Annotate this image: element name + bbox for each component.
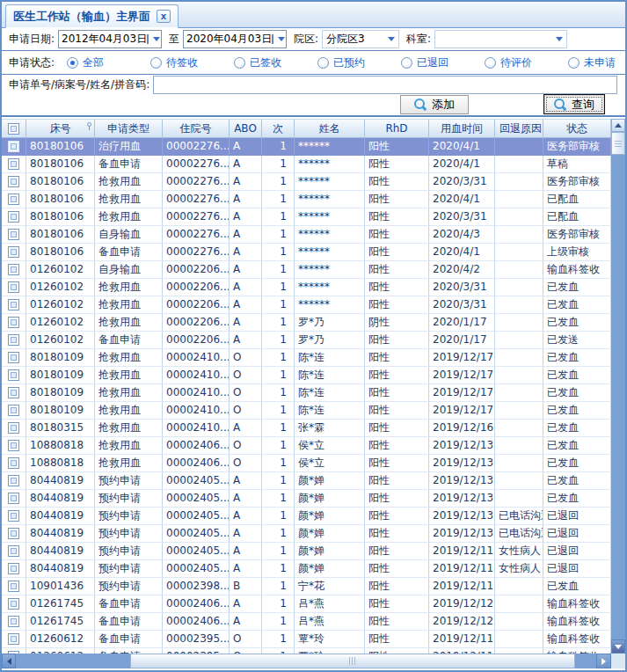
row-checkbox-cell[interactable]: [2, 508, 26, 525]
row-checkbox-cell[interactable]: [2, 613, 26, 631]
table-row[interactable]: 80440819 预约申请 00002405... A 1 颜*婵 阳性 201…: [2, 508, 611, 525]
table-row[interactable]: 80180106 自身输血 00002276... A 1 ****** 阳性 …: [2, 226, 611, 244]
row-checkbox[interactable]: [8, 334, 19, 346]
row-checkbox[interactable]: [8, 545, 19, 557]
radio-icon[interactable]: [150, 57, 162, 69]
row-checkbox-cell[interactable]: [2, 332, 26, 349]
table-row[interactable]: 80440819 预约申请 00002405... A 1 颜*婵 阳性 201…: [2, 560, 611, 578]
row-checkbox[interactable]: [8, 440, 19, 451]
search-input[interactable]: [153, 76, 617, 94]
campus-dropdown[interactable]: 分院区3: [322, 30, 399, 48]
row-checkbox[interactable]: [8, 141, 19, 152]
row-checkbox-cell[interactable]: [2, 595, 26, 613]
column-header-abo[interactable]: ABO: [230, 119, 262, 137]
radio-icon[interactable]: [67, 57, 78, 69]
tab-close-icon[interactable]: x: [157, 10, 171, 23]
column-header-reason[interactable]: 回退原因: [495, 119, 543, 137]
row-checkbox-cell[interactable]: [2, 156, 26, 173]
row-checkbox[interactable]: [8, 299, 19, 310]
status-radio-已签收[interactable]: 已签收: [234, 55, 317, 70]
table-row[interactable]: 01261745 备血申请 00002406... A 1 吕*燕 阳性 201…: [2, 613, 611, 631]
row-checkbox-cell[interactable]: [2, 490, 26, 508]
row-checkbox-cell[interactable]: [2, 279, 26, 296]
column-header-times[interactable]: 次: [262, 119, 295, 137]
row-checkbox[interactable]: [8, 493, 19, 504]
table-row[interactable]: 01260102 备血申请 00002206... A 1 罗*乃 阳性 202…: [2, 332, 611, 349]
column-header-status[interactable]: 状态: [543, 119, 611, 137]
table-row[interactable]: 80180109 抢救用血 00002410... O 1 陈*连 阳性 201…: [2, 402, 611, 420]
row-checkbox[interactable]: [8, 387, 19, 398]
radio-icon[interactable]: [401, 57, 412, 69]
row-checkbox-cell[interactable]: [2, 402, 26, 420]
table-row[interactable]: 80180109 抢救用血 00002410... O 1 陈*连 阳性 201…: [2, 349, 611, 367]
tab-doctor-workstation[interactable]: 医生工作站（输血）主界面 x: [5, 4, 179, 28]
row-checkbox[interactable]: [8, 405, 19, 416]
table-row[interactable]: 10880818 抢救用血 00002406... O 1 侯*立 阳性 201…: [2, 455, 611, 472]
table-row[interactable]: 01260102 自身输血 00002206... A 1 ****** 阳性 …: [2, 261, 611, 279]
row-checkbox[interactable]: [8, 369, 19, 381]
status-radio-已预约[interactable]: 已预约: [317, 55, 401, 70]
filter-pin-icon[interactable]: [87, 122, 91, 127]
scroll-right-button[interactable]: [596, 654, 611, 668]
row-checkbox-cell[interactable]: [2, 578, 26, 595]
column-header-rhd[interactable]: RhD: [365, 119, 429, 137]
table-row[interactable]: 10901436 预约申请 00002398... B 1 宁*花 阳性 201…: [2, 578, 611, 595]
date-to-field[interactable]: 2020年04月03日: [183, 30, 287, 48]
row-checkbox[interactable]: [8, 211, 19, 223]
table-row[interactable]: 80180315 抢救用血 00002410... A 1 张*霖 阳性 201…: [2, 420, 611, 437]
row-checkbox[interactable]: [8, 633, 19, 645]
row-checkbox-cell[interactable]: [2, 455, 26, 472]
row-checkbox-cell[interactable]: [2, 244, 26, 261]
row-checkbox[interactable]: [8, 264, 19, 275]
row-checkbox-cell[interactable]: [2, 420, 26, 437]
row-checkbox[interactable]: [8, 598, 19, 610]
column-header-type[interactable]: 申请类型: [95, 119, 163, 137]
table-row[interactable]: 10880818 抢救用血 00002406... O 1 侯*立 阳性 201…: [2, 437, 611, 455]
chevron-down-icon[interactable]: [153, 37, 160, 41]
dept-dropdown[interactable]: [434, 30, 567, 48]
row-checkbox[interactable]: [8, 581, 19, 592]
status-radio-已退回[interactable]: 已退回: [401, 55, 485, 70]
column-header-name[interactable]: 姓名: [295, 119, 365, 137]
table-row[interactable]: 80180106 备血申请 00002276... A 1 ****** 阳性 …: [2, 244, 611, 261]
row-checkbox-cell[interactable]: [2, 261, 26, 279]
row-checkbox[interactable]: [8, 281, 19, 293]
table-row[interactable]: 01260612 备血申请 00002395... O 1 覃*玲 阳性 201…: [2, 631, 611, 648]
row-checkbox-cell[interactable]: [2, 314, 26, 332]
table-row[interactable]: 80440819 预约申请 00002405... A 1 颜*婵 阳性 201…: [2, 543, 611, 560]
table-row[interactable]: 80180109 抢救用血 00002410... O 1 陈*连 阳性 201…: [2, 384, 611, 402]
row-checkbox-cell[interactable]: [2, 631, 26, 648]
row-checkbox[interactable]: [8, 510, 19, 522]
table-row[interactable]: 80180109 抢救用血 00002410... O 1 陈*连 阳性 201…: [2, 367, 611, 384]
row-checkbox[interactable]: [8, 457, 19, 469]
calendar-icon[interactable]: [272, 34, 273, 44]
table-row[interactable]: 80440819 预约申请 00002405... A 1 颜*婵 阳性 201…: [2, 490, 611, 508]
row-checkbox-cell[interactable]: [2, 560, 26, 578]
table-row[interactable]: 01260102 抢救用血 00002206... A 1 ****** 阳性 …: [2, 296, 611, 314]
table-row[interactable]: 80440819 预约申请 00002405... A 1 颜*婵 阳性 201…: [2, 525, 611, 543]
table-row[interactable]: 80180106 备血申请 00002276... A 1 ****** 阳性 …: [2, 156, 611, 173]
row-checkbox-cell[interactable]: [2, 543, 26, 560]
row-checkbox[interactable]: [8, 352, 19, 363]
column-header-bed[interactable]: 床号: [26, 119, 95, 137]
scroll-up-button[interactable]: [611, 119, 625, 132]
scroll-down-button[interactable]: [611, 639, 625, 654]
row-checkbox-cell[interactable]: [2, 173, 26, 191]
add-button[interactable]: 添加: [400, 95, 469, 114]
row-checkbox[interactable]: [8, 194, 19, 205]
row-checkbox-cell[interactable]: [2, 296, 26, 314]
status-radio-全部[interactable]: 全部: [67, 55, 150, 70]
select-all-checkbox-cell[interactable]: [2, 119, 26, 137]
table-row[interactable]: 80180106 治疗用血 00002276... A 1 ****** 阳性 …: [2, 138, 611, 156]
row-checkbox[interactable]: [8, 176, 19, 187]
row-checkbox-cell[interactable]: [2, 191, 26, 208]
status-radio-未申请[interactable]: 未申请: [568, 55, 627, 70]
status-radio-待评价[interactable]: 待评价: [485, 55, 568, 70]
row-checkbox[interactable]: [8, 246, 19, 258]
radio-icon[interactable]: [317, 57, 329, 69]
row-checkbox-cell[interactable]: [2, 208, 26, 226]
row-checkbox[interactable]: [8, 229, 19, 240]
row-checkbox[interactable]: [8, 317, 19, 328]
row-checkbox-cell[interactable]: [2, 138, 26, 156]
date-from-field[interactable]: 2012年04月03日: [58, 30, 162, 48]
